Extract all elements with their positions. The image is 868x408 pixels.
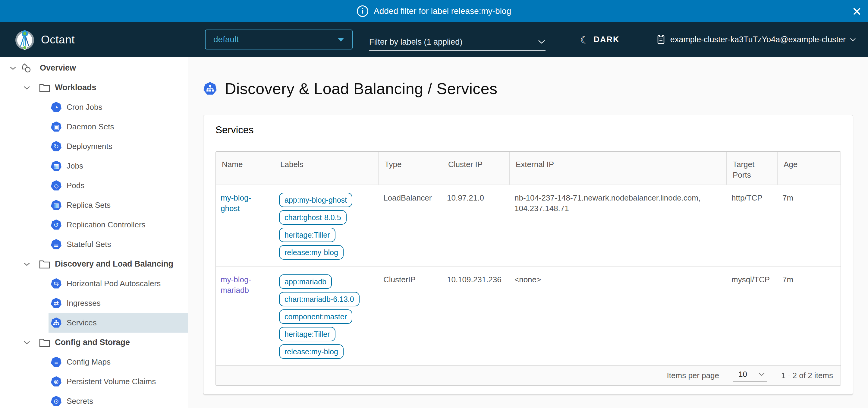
sidebar-item-label: Jobs — [67, 161, 83, 171]
table-footer: Items per page 10 1 - 2 of 2 items — [216, 366, 841, 385]
sidebar-item-persistent-volume-claims[interactable]: ⊜ Persistent Volume Claims — [49, 372, 188, 391]
sidebar-item-label: Replica Sets — [67, 201, 111, 210]
ingress-icon: ⇄ — [51, 298, 62, 309]
sidebar-item-label: Persistent Volume Claims — [67, 377, 156, 386]
pvc-icon: ⊜ — [51, 376, 62, 387]
close-icon[interactable]: × — [852, 3, 861, 19]
job-icon: ▦ — [51, 161, 62, 172]
sidebar-item-label: Config and Storage — [55, 338, 130, 347]
cluster-icon — [656, 35, 666, 45]
folder-icon — [38, 82, 51, 93]
sidebar-item-overview[interactable]: Overview — [0, 58, 188, 78]
cell-external-ip: <none> — [510, 267, 727, 366]
theme-toggle-label: DARK — [593, 35, 619, 44]
sidebar-item-ingresses[interactable]: ⇄ Ingresses — [49, 293, 188, 313]
sidebar-group-discovery-load-balancing[interactable]: Discovery and Load Balancing — [0, 254, 188, 274]
label-chip[interactable]: app:mariadb — [279, 274, 332, 289]
namespace-dropdown[interactable]: default — [205, 30, 352, 50]
sidebar-item-horizontal-pod-autoscalers[interactable]: ⇆ Horizontal Pod Autoscalers — [49, 274, 188, 293]
sidebar-group-config-and-storage[interactable]: Config and Storage — [0, 332, 188, 352]
pod-icon: ◇ — [51, 180, 62, 191]
sidebar-item-label: Replication Controllers — [67, 220, 146, 230]
card-title: Services — [216, 124, 841, 136]
cluster-context-selector[interactable]: example-cluster-ka3TuTzYo4a@example-clus… — [656, 35, 856, 45]
label-chip[interactable]: release:my-blog — [279, 245, 344, 260]
sidebar-item-label: Ingresses — [67, 298, 101, 308]
sidebar-nav: Overview Workloads ◔ Cron Jobs ▣ Daemon … — [0, 57, 188, 408]
sidebar-item-label: Overview — [40, 63, 76, 73]
label-chip[interactable]: component:master — [279, 310, 352, 324]
service-icon — [51, 317, 62, 328]
cell-external-ip: nb-104-237-148-71.newark.nodebalancer.li… — [510, 185, 727, 266]
table-header-row: Name Labels Type Cluster IP External IP … — [216, 152, 841, 184]
column-header-age: Age — [778, 152, 841, 184]
label-chip[interactable]: app:my-blog-ghost — [279, 193, 352, 207]
label-chip[interactable]: release:my-blog — [279, 344, 344, 359]
daemonset-icon: ▣ — [51, 121, 62, 133]
chevron-down-icon — [758, 372, 765, 376]
replicationcontroller-icon: ↺ — [51, 219, 62, 230]
app-header: Octant default Filter by labels (1 appli… — [0, 22, 868, 57]
sidebar-item-label: Daemon Sets — [67, 122, 114, 132]
sidebar-item-label: Services — [67, 318, 97, 327]
table-row: my-blog-mariadb app:mariadb chart:mariad… — [216, 266, 841, 366]
sidebar-group-workloads[interactable]: Workloads — [0, 78, 188, 97]
page-title: Discovery & Load Balancing / Services — [225, 80, 497, 98]
cell-type: LoadBalancer — [378, 185, 442, 266]
sidebar-item-deployments[interactable]: ↻ Deployments — [49, 137, 188, 156]
theme-toggle[interactable]: ☾ DARK — [580, 35, 619, 45]
service-link[interactable]: my-blog-ghost — [221, 193, 251, 213]
hpa-icon: ⇆ — [51, 278, 62, 289]
notification-message: Added filter for label release:my-blog — [374, 6, 511, 16]
label-filter-dropdown[interactable]: Filter by labels (1 applied) — [369, 33, 546, 51]
sidebar-item-cron-jobs[interactable]: ◔ Cron Jobs — [49, 97, 188, 117]
cell-name: my-blog-mariadb — [216, 267, 274, 366]
sidebar-item-stateful-sets[interactable]: ≣ Stateful Sets — [49, 235, 188, 254]
folder-icon — [38, 258, 51, 270]
namespace-value: default — [213, 35, 239, 44]
items-per-page-select[interactable]: 10 — [733, 370, 767, 382]
cell-age: 7m — [778, 267, 841, 366]
sidebar-item-services[interactable]: Services — [49, 313, 188, 332]
secret-icon: ⊙ — [51, 396, 62, 407]
sidebar-item-label: Discovery and Load Balancing — [55, 259, 173, 269]
sidebar-item-label: Workloads — [55, 83, 96, 92]
pagination-range: 1 - 2 of 2 items — [781, 371, 833, 380]
sidebar-item-label: Cron Jobs — [67, 103, 102, 112]
sidebar-item-label: Pods — [67, 181, 84, 190]
deployment-icon: ↻ — [51, 141, 62, 152]
brand: Octant — [14, 29, 75, 51]
services-table: Name Labels Type Cluster IP External IP … — [216, 151, 841, 386]
cell-cluster-ip: 10.97.21.0 — [442, 185, 510, 266]
label-chip[interactable]: chart:ghost-8.0.5 — [279, 210, 347, 225]
moon-icon: ☾ — [580, 35, 589, 45]
sidebar-item-label: Horizontal Pod Autoscalers — [67, 279, 161, 288]
label-chip[interactable]: chart:mariadb-6.13.0 — [279, 292, 360, 307]
label-chip[interactable]: heritage:Tiller — [279, 228, 336, 242]
app-title: Octant — [41, 33, 75, 46]
column-header-external-ip: External IP — [510, 152, 727, 184]
column-header-type: Type — [378, 152, 442, 184]
label-chip[interactable]: heritage:Tiller — [279, 327, 336, 341]
statefulset-icon: ≣ — [51, 239, 62, 250]
sidebar-item-replication-controllers[interactable]: ↺ Replication Controllers — [49, 215, 188, 235]
cronjob-icon: ◔ — [51, 101, 62, 113]
sidebar-item-secrets[interactable]: ⊙ Secrets — [49, 391, 188, 408]
sidebar-item-jobs[interactable]: ▦ Jobs — [49, 156, 188, 176]
sidebar-item-config-maps[interactable]: ≡ Config Maps — [49, 352, 188, 372]
cell-type: ClusterIP — [378, 267, 442, 366]
cell-cluster-ip: 10.109.231.236 — [442, 267, 510, 366]
cell-labels: app:mariadb chart:mariadb-6.13.0 compone… — [274, 267, 378, 366]
service-link[interactable]: my-blog-mariadb — [221, 275, 251, 295]
caret-down-icon[interactable] — [6, 62, 20, 74]
sidebar-item-label: Secrets — [67, 397, 93, 406]
cell-age: 7m — [778, 185, 841, 266]
sidebar-item-label: Config Maps — [67, 357, 111, 367]
caret-down-icon[interactable] — [20, 337, 34, 348]
sidebar-item-daemon-sets[interactable]: ▣ Daemon Sets — [49, 117, 188, 137]
caret-down-icon[interactable] — [20, 82, 34, 93]
sidebar-item-replica-sets[interactable]: ▥ Replica Sets — [49, 196, 188, 215]
caret-down-icon[interactable] — [20, 258, 34, 270]
replicaset-icon: ▥ — [51, 200, 62, 211]
sidebar-item-pods[interactable]: ◇ Pods — [49, 176, 188, 196]
